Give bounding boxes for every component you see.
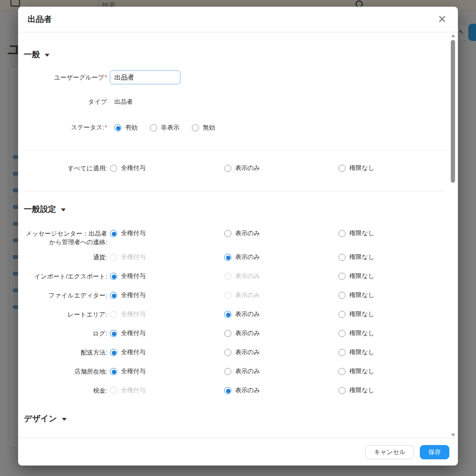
section-design-label: デザイン <box>24 413 57 424</box>
radio-option[interactable]: 権限なし <box>338 272 375 280</box>
usergroup-input[interactable] <box>110 70 180 84</box>
radio-option[interactable]: 権限なし <box>338 329 375 337</box>
radio-option[interactable]: 表示のみ <box>224 229 260 238</box>
screen: 検索 ユ ↖ 出品者 ✕ 一般 ユーザーグループ* タイプ 出品者 <box>0 0 476 476</box>
cancel-button[interactable]: キャンセル <box>365 445 414 459</box>
radio-option-label: 権限なし <box>349 386 375 395</box>
radio-unselected[interactable] <box>192 124 199 131</box>
section-general-label: 一般 <box>24 49 40 60</box>
radio-option[interactable]: 表示のみ <box>224 329 260 337</box>
permission-cell: 表示のみ <box>224 386 338 396</box>
radio-option[interactable]: 権限なし <box>338 164 375 172</box>
radio-option[interactable]: 権限なし <box>338 291 375 299</box>
radio-unselected[interactable] <box>338 387 346 394</box>
radio-unselected[interactable] <box>338 254 346 261</box>
radio-option[interactable]: 権限なし <box>338 348 375 357</box>
save-button[interactable]: 保存 <box>420 445 449 459</box>
radio-option[interactable]: 権限なし <box>338 253 375 261</box>
radio-unselected[interactable] <box>338 311 346 318</box>
status-label: ステータス:* <box>24 123 107 132</box>
radio-unselected[interactable] <box>110 165 117 172</box>
permission-row-label: レートエリア: <box>24 310 107 319</box>
radio-option[interactable]: 全権付与 <box>110 348 146 357</box>
radio-option[interactable]: 無効 <box>192 123 215 132</box>
radio-option[interactable]: 権限なし <box>338 229 375 238</box>
radio-unselected[interactable] <box>224 349 231 356</box>
section-general-settings[interactable]: 一般設定 <box>24 204 439 215</box>
permission-row: 税金:全権付与表示のみ権限なし <box>24 386 439 399</box>
radio-selected[interactable] <box>110 349 117 356</box>
usergroup-field-row: ユーザーグループ* <box>24 70 439 84</box>
radio-selected[interactable] <box>110 330 117 337</box>
radio-option[interactable]: 表示のみ <box>224 348 260 357</box>
radio-unselected[interactable] <box>338 273 346 280</box>
scroll-up-arrow[interactable] <box>451 34 455 37</box>
permission-row: ファイルエディター:全権付与表示のみ権限なし <box>24 291 439 304</box>
radio-selected[interactable] <box>110 230 117 237</box>
radio-unselected[interactable] <box>338 230 346 237</box>
radio-option[interactable]: 権限なし <box>338 310 375 318</box>
radio-selected[interactable] <box>110 368 117 375</box>
radio-selected[interactable] <box>110 292 117 299</box>
radio-selected[interactable] <box>224 254 231 261</box>
radio-unselected[interactable] <box>338 368 346 375</box>
radio-option: 全権付与 <box>110 253 146 261</box>
radio-unselected[interactable] <box>338 292 346 299</box>
radio-selected[interactable] <box>224 311 231 318</box>
close-icon[interactable]: ✕ <box>438 14 446 25</box>
radio-unselected[interactable] <box>338 165 346 172</box>
radio-option-label: 表示のみ <box>235 386 260 395</box>
permission-row-label: ファイルエディター: <box>24 291 107 300</box>
radio-option[interactable]: 権限なし <box>338 367 375 376</box>
radio-unselected[interactable] <box>224 165 231 172</box>
radio-option[interactable]: 全権付与 <box>110 291 146 299</box>
radio-option[interactable]: 表示のみ <box>224 310 260 318</box>
scroll-down-arrow[interactable] <box>451 434 455 436</box>
required-asterisk: * <box>105 124 107 131</box>
permission-row: 店舗所在地:全権付与表示のみ権限なし <box>24 367 439 380</box>
radio-option-label: 表示のみ <box>235 329 260 337</box>
radio-option[interactable]: 全権付与 <box>110 229 146 238</box>
radio-unselected[interactable] <box>338 349 346 356</box>
radio-selected[interactable] <box>224 387 231 394</box>
radio-option-label: 全権付与 <box>121 164 146 172</box>
radio-option-label: 表示のみ <box>235 367 260 376</box>
radio-option[interactable]: 有効 <box>114 123 138 132</box>
radio-unselected[interactable] <box>338 330 346 337</box>
section-general[interactable]: 一般 <box>24 49 439 60</box>
permission-rows: メッセージセンター：出品者から管理者への連絡:全権付与表示のみ権限なし通貨:全権… <box>24 229 439 399</box>
radio-option[interactable]: 全権付与 <box>110 367 146 376</box>
radio-option[interactable]: 表示のみ <box>224 367 260 376</box>
permission-cell: 権限なし <box>338 386 453 396</box>
radio-unselected <box>224 292 231 299</box>
radio-unselected[interactable] <box>224 230 231 237</box>
modal-scrollbar[interactable] <box>451 34 456 436</box>
radio-option[interactable]: 権限なし <box>338 386 375 395</box>
radio-option[interactable]: 表示のみ <box>224 164 260 172</box>
permission-cell: 全権付与 <box>110 367 224 377</box>
radio-unselected[interactable] <box>150 124 157 131</box>
permission-row: インポート/エクスポート:全権付与表示のみ権限なし <box>24 272 439 285</box>
apply-all-cell: 表示のみ <box>224 164 338 174</box>
section-design[interactable]: デザイン <box>24 413 439 424</box>
radio-selected[interactable] <box>110 273 117 280</box>
radio-option[interactable]: 全権付与 <box>110 329 146 337</box>
radio-selected[interactable] <box>114 124 121 131</box>
radio-option-label: 非表示 <box>161 123 179 132</box>
permission-cell: 全権付与 <box>110 229 224 239</box>
radio-option[interactable]: 表示のみ <box>224 253 260 261</box>
radio-option[interactable]: 全権付与 <box>110 272 146 280</box>
permission-row: 通貨:全権付与表示のみ権限なし <box>24 253 439 266</box>
permission-cell: 表示のみ <box>224 329 338 339</box>
permission-row-label: メッセージセンター：出品者から管理者への連絡: <box>24 229 107 247</box>
radio-unselected[interactable] <box>224 330 231 337</box>
radio-option[interactable]: 全権付与 <box>110 164 146 172</box>
radio-unselected[interactable] <box>224 368 231 375</box>
radio-option-label: 表示のみ <box>235 229 260 238</box>
radio-option-label: 権限なし <box>349 272 375 280</box>
permission-cell: 権限なし <box>338 329 453 339</box>
permission-cell: 表示のみ <box>224 253 338 263</box>
scrollbar-thumb[interactable] <box>451 40 455 183</box>
radio-option[interactable]: 非表示 <box>150 123 179 132</box>
radio-option[interactable]: 表示のみ <box>224 386 260 395</box>
